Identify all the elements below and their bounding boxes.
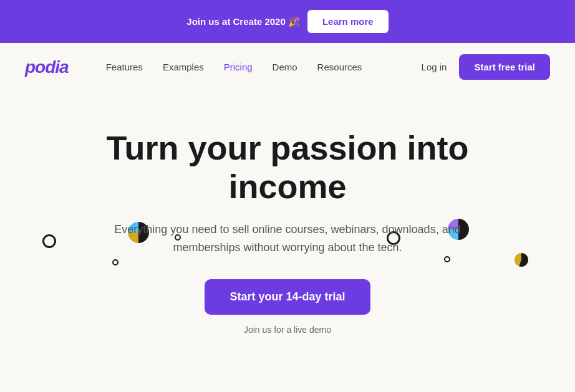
circle-decoration-2 bbox=[112, 259, 118, 265]
banner-text: Join us at Create 2020 🎉 bbox=[186, 16, 300, 27]
learn-more-button[interactable]: Learn more bbox=[307, 10, 389, 33]
orb-decoration-3 bbox=[515, 253, 528, 267]
circle-decoration-5 bbox=[444, 256, 450, 262]
nav-right: Log in Start free trial bbox=[422, 54, 550, 80]
hero-section: Turn your passion into income Everything… bbox=[0, 91, 575, 360]
nav-link-features[interactable]: Features bbox=[106, 62, 143, 72]
nav-link-demo[interactable]: Demo bbox=[273, 62, 297, 72]
nav-link-pricing[interactable]: Pricing bbox=[224, 62, 253, 72]
circle-decoration-1 bbox=[42, 234, 56, 248]
hero-title: Turn your passion into income bbox=[94, 128, 481, 206]
nav-link-examples[interactable]: Examples bbox=[163, 62, 204, 72]
logo[interactable]: podia bbox=[25, 57, 69, 77]
hero-subtitle: Everything you need to sell online cours… bbox=[113, 221, 462, 257]
start-trial-cta-button[interactable]: Start your 14-day trial bbox=[205, 279, 370, 315]
nav-links: Features Examples Pricing Demo Resources bbox=[106, 62, 422, 72]
navbar: podia Features Examples Pricing Demo Res… bbox=[0, 43, 575, 91]
nav-link-resources[interactable]: Resources bbox=[317, 62, 362, 72]
announcement-banner: Join us at Create 2020 🎉 Learn more bbox=[0, 0, 575, 43]
login-link[interactable]: Log in bbox=[422, 62, 447, 72]
start-free-trial-button[interactable]: Start free trial bbox=[459, 54, 550, 80]
live-demo-link[interactable]: Join us for a live demo bbox=[244, 325, 331, 335]
